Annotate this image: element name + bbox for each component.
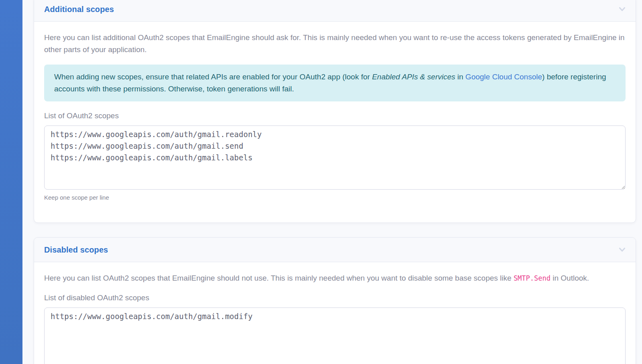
chevron-down-icon[interactable] <box>618 246 626 253</box>
smtp-send-code: SMTP.Send <box>514 274 551 282</box>
oauth2-settings-page: Additional scopes Here you can list addi… <box>0 0 642 364</box>
content-area: Additional scopes Here you can list addi… <box>34 0 636 364</box>
scopes-help-text: Keep one scope per line <box>44 194 626 202</box>
disabled-scopes-description: Here you can list OAuth2 scopes that Ema… <box>44 272 626 284</box>
card-body-additional-scopes: Here you can list additional OAuth2 scop… <box>34 22 636 222</box>
alert-italic-text: Enabled APIs & services <box>372 73 455 81</box>
card-body-disabled-scopes: Here you can list OAuth2 scopes that Ema… <box>34 262 636 364</box>
oauth2-scopes-textarea[interactable]: https://www.googleapis.com/auth/gmail.re… <box>44 125 626 190</box>
disabled-scopes-label: List of disabled OAuth2 scopes <box>44 293 626 303</box>
description-text-segment: in Outlook. <box>551 274 589 282</box>
card-header-additional-scopes[interactable]: Additional scopes <box>34 0 636 22</box>
card-title-disabled-scopes: Disabled scopes <box>44 245 108 255</box>
description-text-segment: Here you can list OAuth2 scopes that Ema… <box>44 274 514 282</box>
card-additional-scopes: Additional scopes Here you can list addi… <box>34 0 636 223</box>
card-disabled-scopes: Disabled scopes Here you can list OAuth2… <box>34 237 636 364</box>
oauth2-scopes-label: List of OAuth2 scopes <box>44 111 626 121</box>
info-alert: When adding new scopes, ensure that rela… <box>44 65 626 101</box>
card-title-additional-scopes: Additional scopes <box>44 5 114 14</box>
card-header-disabled-scopes[interactable]: Disabled scopes <box>34 238 636 262</box>
disabled-scopes-textarea[interactable]: https://www.googleapis.com/auth/gmail.mo… <box>44 307 626 364</box>
chevron-down-icon[interactable] <box>618 6 626 13</box>
alert-text-segment: When adding new scopes, ensure that rela… <box>54 73 372 81</box>
alert-text-segment: in <box>455 73 465 81</box>
google-cloud-console-link[interactable]: Google Cloud Console <box>465 73 542 81</box>
sidebar <box>0 0 22 364</box>
additional-scopes-description: Here you can list additional OAuth2 scop… <box>44 32 626 56</box>
